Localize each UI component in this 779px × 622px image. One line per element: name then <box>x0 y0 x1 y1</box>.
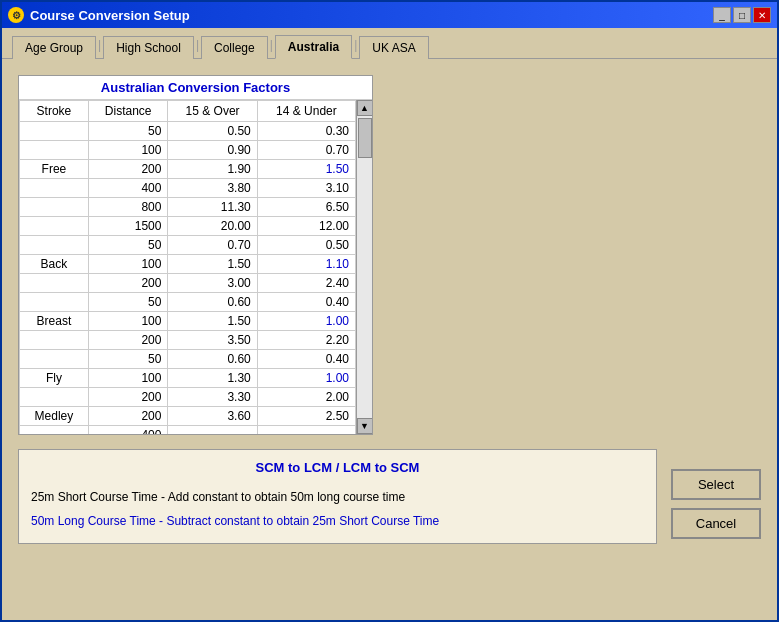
info-box: SCM to LCM / LCM to SCM 25m Short Course… <box>18 449 657 544</box>
stroke-cell <box>20 331 89 350</box>
table-row: 2003.502.20 <box>20 331 356 350</box>
title-buttons: _ □ ✕ <box>713 7 771 23</box>
over-cell: 0.70 <box>168 236 257 255</box>
tab-age-group[interactable]: Age Group <box>12 36 96 59</box>
main-window: ⚙ Course Conversion Setup _ □ ✕ Age Grou… <box>0 0 779 622</box>
conversion-table: Stroke Distance 15 & Over 14 & Under 500… <box>19 100 356 434</box>
over-cell: 20.00 <box>168 217 257 236</box>
distance-cell: 400 <box>88 179 168 198</box>
tab-sep-1: | <box>98 38 101 54</box>
distance-cell: 200 <box>88 274 168 293</box>
over-cell: 3.30 <box>168 388 257 407</box>
minimize-button[interactable]: _ <box>713 7 731 23</box>
stroke-cell: Fly <box>20 369 89 388</box>
table-row: 1000.900.70 <box>20 141 356 160</box>
col-under: 14 & Under <box>257 101 355 122</box>
stroke-cell <box>20 350 89 369</box>
main-panel: Australian Conversion Factors Stroke Dis… <box>2 59 777 620</box>
tab-sep-4: | <box>354 38 357 54</box>
table-row: Fly1001.301.00 <box>20 369 356 388</box>
distance-cell: 800 <box>88 198 168 217</box>
under-cell: 3.10 <box>257 179 355 198</box>
tab-australia[interactable]: Australia <box>275 35 352 59</box>
col-distance: Distance <box>88 101 168 122</box>
select-button[interactable]: Select <box>671 469 761 500</box>
title-bar-left: ⚙ Course Conversion Setup <box>8 7 190 23</box>
cancel-button[interactable]: Cancel <box>671 508 761 539</box>
table-row: 500.600.40 <box>20 293 356 312</box>
under-cell: --- <box>257 426 355 435</box>
stroke-cell: Medley <box>20 407 89 426</box>
stroke-cell <box>20 426 89 435</box>
table-row: 400------ <box>20 426 356 435</box>
content-area: Age Group | High School | College | Aust… <box>2 28 777 620</box>
table-title: Australian Conversion Factors <box>19 76 372 100</box>
stroke-cell <box>20 141 89 160</box>
table-section: Australian Conversion Factors Stroke Dis… <box>18 75 761 435</box>
over-cell: 1.30 <box>168 369 257 388</box>
under-cell: 2.40 <box>257 274 355 293</box>
scroll-up-button[interactable]: ▲ <box>357 100 373 116</box>
stroke-cell <box>20 293 89 312</box>
distance-cell: 100 <box>88 312 168 331</box>
under-cell: 1.00 <box>257 312 355 331</box>
distance-cell: 200 <box>88 331 168 350</box>
over-cell: 3.50 <box>168 331 257 350</box>
distance-cell: 200 <box>88 388 168 407</box>
stroke-cell <box>20 179 89 198</box>
table-scroll-area[interactable]: Stroke Distance 15 & Over 14 & Under 500… <box>19 100 356 434</box>
info-item-lcm[interactable]: 50m Long Course Time - Subtract constant… <box>31 509 644 533</box>
over-cell: 11.30 <box>168 198 257 217</box>
under-cell: 6.50 <box>257 198 355 217</box>
tab-uk-asa[interactable]: UK ASA <box>359 36 428 59</box>
tab-college[interactable]: College <box>201 36 268 59</box>
under-cell: 0.40 <box>257 293 355 312</box>
buttons-column: Select Cancel <box>671 449 761 539</box>
distance-cell: 100 <box>88 255 168 274</box>
over-cell: 1.90 <box>168 160 257 179</box>
table-row: Medley2003.602.50 <box>20 407 356 426</box>
table-row: 80011.306.50 <box>20 198 356 217</box>
tab-sep-2: | <box>196 38 199 54</box>
bottom-section: SCM to LCM / LCM to SCM 25m Short Course… <box>18 449 761 544</box>
over-cell: 0.50 <box>168 122 257 141</box>
over-cell: 0.60 <box>168 350 257 369</box>
close-button[interactable]: ✕ <box>753 7 771 23</box>
scroll-down-button[interactable]: ▼ <box>357 418 373 434</box>
scroll-track[interactable] <box>357 116 372 418</box>
table-row: 4003.803.10 <box>20 179 356 198</box>
under-cell: 2.00 <box>257 388 355 407</box>
distance-cell: 50 <box>88 122 168 141</box>
over-cell: 3.00 <box>168 274 257 293</box>
table-row: 2003.302.00 <box>20 388 356 407</box>
over-cell: 3.80 <box>168 179 257 198</box>
under-cell: 1.10 <box>257 255 355 274</box>
stroke-cell: Back <box>20 255 89 274</box>
under-cell: 0.70 <box>257 141 355 160</box>
table-row: Back1001.501.10 <box>20 255 356 274</box>
under-cell: 2.20 <box>257 331 355 350</box>
under-cell: 0.40 <box>257 350 355 369</box>
table-scrollbar[interactable]: ▲ ▼ <box>356 100 372 434</box>
window-icon: ⚙ <box>8 7 24 23</box>
table-row: Breast1001.501.00 <box>20 312 356 331</box>
stroke-cell <box>20 274 89 293</box>
over-cell: 0.60 <box>168 293 257 312</box>
tab-high-school[interactable]: High School <box>103 36 194 59</box>
distance-cell: 1500 <box>88 217 168 236</box>
table-row: 500.600.40 <box>20 350 356 369</box>
scroll-thumb[interactable] <box>358 118 372 158</box>
distance-cell: 50 <box>88 293 168 312</box>
distance-cell: 50 <box>88 350 168 369</box>
under-cell: 1.50 <box>257 160 355 179</box>
info-item-scm[interactable]: 25m Short Course Time - Add constant to … <box>31 485 644 509</box>
stroke-cell: Free <box>20 160 89 179</box>
info-box-title: SCM to LCM / LCM to SCM <box>31 460 644 475</box>
table-row: Free2001.901.50 <box>20 160 356 179</box>
table-row: 500.500.30 <box>20 122 356 141</box>
table-row: 500.700.50 <box>20 236 356 255</box>
tab-sep-3: | <box>270 38 273 54</box>
stroke-cell <box>20 217 89 236</box>
maximize-button[interactable]: □ <box>733 7 751 23</box>
distance-cell: 100 <box>88 141 168 160</box>
